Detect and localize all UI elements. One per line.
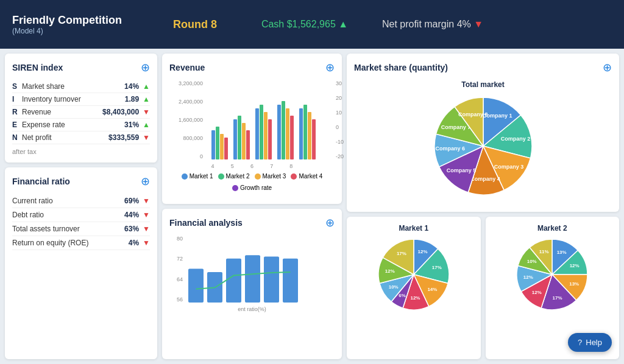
legend-item: Market 3 [255,173,286,180]
siren-expand-button[interactable]: ⊕ [141,61,150,74]
market-share-expand-button[interactable]: ⊕ [603,61,612,74]
y-right-axis-label: 10 [336,110,349,116]
legend-label: Growth rate [240,184,272,191]
ratio-title: Financial ratio [12,177,70,186]
profit-indicator: Net profit margin 4% ▼ [366,19,500,30]
trend-up-icon: ▲ [143,121,150,129]
fa-bar [283,259,298,303]
ratio-row: Total assets turnover 63% ▼ [12,222,150,236]
app-title: Friendly Competition [12,14,146,27]
pie-label: 13% [557,250,567,255]
app-subtitle: (Model 4) [12,27,146,35]
ratio-row-value: 44% [124,211,139,219]
ratio-row-label: Current ratio [12,197,124,205]
pie-label: 14% [427,287,437,292]
y-axis-label: 800,000 [169,135,203,141]
siren-row-label: Net profit [22,133,108,142]
legend-label: Market 2 [226,173,250,180]
y-right-axis-label: 0 [336,124,349,130]
market1-label: Market 1 [354,224,473,233]
financial-analysis-card: Financial analysis ⊕ 80726456 ent ratio(… [162,209,342,359]
ratio-card-header: Financial ratio ⊕ [12,175,150,188]
pie-label: 17% [432,265,442,270]
siren-card-header: SIREN index ⊕ [12,61,150,74]
pie-label: 11% [539,249,549,254]
main-content: SIREN index ⊕ S Market share 14% ▲I Inve… [0,49,624,364]
revenue-bar [308,112,311,159]
app-title-block: Friendly Competition (Model 4) [12,14,146,35]
pie-label: Company 4 [470,176,500,182]
siren-row-value: 14% [124,82,139,91]
pie-label: Company 3 [494,164,523,170]
fa-bar [188,268,204,303]
market-share-header: Market share (quantity) ⊕ [354,61,612,74]
pie-label: Company 7 [441,124,470,130]
fin-analysis-y-axis: 80726456 [169,236,183,303]
fin-analysis-title: Financial analysis [169,218,243,228]
legend-item: Market 1 [182,173,213,180]
pie-label: Company 8 [458,111,488,117]
legend-dot [232,185,238,191]
fa-bar [226,259,241,303]
fin-analysis-y-label: ent ratio(%) [169,306,335,312]
ratio-row: Current ratio 69% ▼ [12,194,150,208]
revenue-bar [264,112,268,159]
revenue-bar [238,116,241,159]
ratio-row-label: Total assets turnover [12,225,124,233]
revenue-bar [282,101,285,159]
legend-item: Market 2 [218,173,250,180]
revenue-bar [312,119,316,159]
y-right-axis-label: 20 [336,95,349,101]
trend-down-icon: ▼ [143,197,150,205]
trend-down-icon: ▼ [143,133,150,142]
revenue-title: Revenue [169,63,205,72]
revenue-bar [242,123,246,159]
market1-pie: 12%17%14%12%6%10%12%17% [368,235,459,320]
pie-label: 17% [553,295,562,301]
legend-dot [255,173,261,180]
siren-letter: S [12,82,20,91]
revenue-bar [246,130,250,159]
fa-bar [245,255,260,303]
legend-label: Market 1 [190,173,213,180]
revenue-bar [277,105,281,159]
siren-title: SIREN index [12,63,63,72]
y-axis-label: 1,600,000 [169,117,203,123]
right-column: Market share (quantity) ⊕ Total market C… [347,54,619,359]
y-axis-label: 3,200,000 [169,80,203,86]
fa-y-axis-label: 80 [169,236,183,242]
fa-y-axis-label: 72 [169,256,183,262]
x-axis-label: 7 [270,163,273,169]
revenue-x-axis: 45678 [169,162,335,169]
revenue-chart [205,80,333,159]
round-indicator: Round 8 [146,18,244,31]
x-axis-label: 8 [289,163,292,169]
ratio-row-value: 63% [124,225,139,233]
y-right-axis-label: -20 [336,153,349,159]
help-label: Help [586,338,602,347]
revenue-expand-button[interactable]: ⊕ [325,61,335,74]
ratio-table: Current ratio 69% ▼Debt ratio 44% ▼Total… [12,194,150,250]
pie-label: 17% [397,251,406,256]
y-right-axis-label: 30 [336,80,349,86]
market2-label: Market 2 [493,224,612,233]
fin-analysis-header: Financial analysis ⊕ [169,216,335,229]
middle-column: Revenue ⊕ 3,200,0002,400,0001,600,000800… [162,54,342,359]
help-button[interactable]: ? Help [568,333,612,352]
financial-ratio-card: Financial ratio ⊕ Current ratio 69% ▼Deb… [5,167,157,359]
siren-letter: E [12,121,20,129]
y-axis-label: 0 [169,153,203,159]
trend-down-icon: ▼ [143,108,150,116]
profit-trend-icon: ▼ [473,19,483,29]
fa-y-axis-label: 64 [169,276,183,282]
market-share-card: Market share (quantity) ⊕ Total market C… [347,54,619,212]
market1-pie-wrapper: 12%17%14%12%6%10%12%17% [354,235,473,320]
fin-analysis-expand-button[interactable]: ⊕ [325,216,335,229]
market1-card: Market 1 12%17%14%12%6%10%12%17% [347,217,481,359]
pie-label: 12% [385,268,395,274]
ratio-expand-button[interactable]: ⊕ [141,175,150,188]
y-right-axis-label: -10 [336,139,349,145]
market-share-title: Market share (quantity) [354,63,448,72]
revenue-header: Revenue ⊕ [169,61,335,74]
ratio-row: Return on equity (ROE) 4% ▼ [12,236,150,250]
